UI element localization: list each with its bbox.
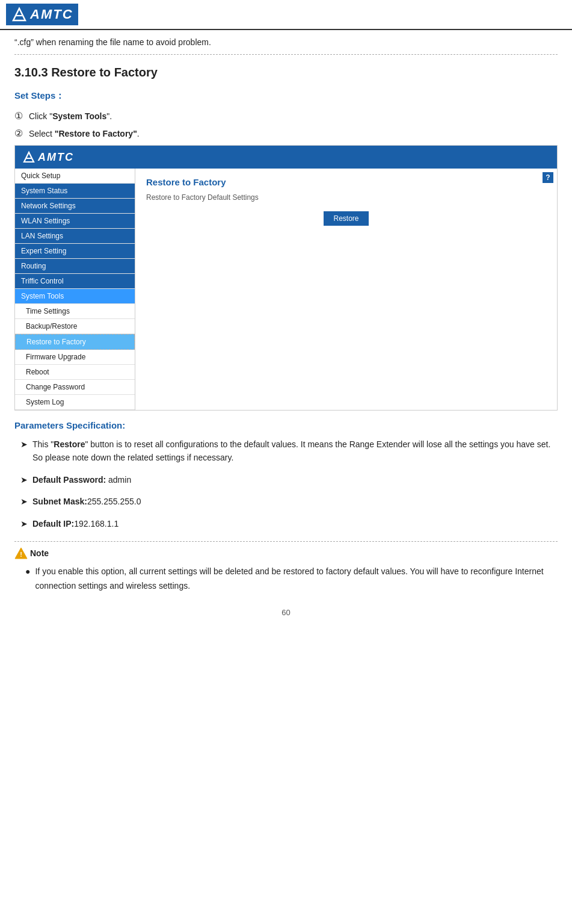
help-icon[interactable]: ? <box>543 172 553 183</box>
sidebar-item-routing[interactable]: Routing <box>15 259 135 274</box>
page-header: AMTC <box>0 0 572 30</box>
sidebar-item-time-settings[interactable]: Time Settings <box>15 304 135 319</box>
page-number: 60 <box>14 608 558 617</box>
note-label: Note <box>30 548 49 558</box>
param-default-ip-value: 192.168.1.1 <box>74 519 118 529</box>
param-subnet-mask-text: Subnet Mask:255.255.255.0 <box>32 495 141 508</box>
ui-body: Quick Setup System Status Network Settin… <box>15 169 557 410</box>
step-1-bold: System Tools <box>52 111 106 121</box>
param-default-ip-label: Default IP: <box>32 519 74 529</box>
svg-text:!: ! <box>20 551 22 558</box>
param-subnet-mask-value: 255.255.255.0 <box>87 497 141 506</box>
step-1-num: ① <box>14 110 29 122</box>
step-2-num: ② <box>14 128 29 139</box>
sidebar-item-lan-settings[interactable]: LAN Settings <box>15 229 135 244</box>
sidebar-item-quick-setup[interactable]: Quick Setup <box>15 169 135 184</box>
logo-box: AMTC <box>6 4 78 25</box>
ui-logo-text: AMTC <box>38 151 74 164</box>
sidebar-item-system-status[interactable]: System Status <box>15 184 135 199</box>
param-default-password-label: Default Password: <box>32 475 106 485</box>
sidebar-item-restore-to-factory[interactable]: Restore to Factory <box>15 334 135 350</box>
section-title: 3.10.3 Restore to Factory <box>14 66 558 79</box>
ui-screenshot: AMTC Quick Setup System Status Network S… <box>14 145 558 411</box>
note-text-1: If you enable this option, all current s… <box>35 565 558 594</box>
step-1-text: Click "System Tools". <box>29 111 112 121</box>
sidebar-item-system-tools[interactable]: System Tools <box>15 289 135 304</box>
ui-header: AMTC <box>15 146 557 169</box>
sidebar-item-wlan-settings[interactable]: WLAN Settings <box>15 214 135 229</box>
param-default-password-text: Default Password: admin <box>32 473 131 486</box>
intro-text: “.cfg” when renaming the file name to av… <box>14 37 558 47</box>
main-content: “.cfg” when renaming the file name to av… <box>0 30 572 631</box>
param-restore-text: This "Restore" button is to reset all co… <box>32 438 558 465</box>
amtc-logo-icon <box>11 6 28 23</box>
sidebar-item-reboot[interactable]: Reboot <box>15 365 135 380</box>
divider-top <box>14 54 558 55</box>
restore-button[interactable]: Restore <box>324 211 368 226</box>
panel-title: Restore to Factory <box>146 177 546 187</box>
param-restore-bold: Restore <box>54 439 85 449</box>
ui-main-panel: ? Restore to Factory Restore to Factory … <box>135 169 557 410</box>
note-item-1: ● If you enable this option, all current… <box>14 565 558 594</box>
sidebar-item-change-password[interactable]: Change Password <box>15 380 135 395</box>
step-1: ① Click "System Tools". <box>14 110 558 122</box>
sidebar-item-expert-setting[interactable]: Expert Setting <box>15 244 135 259</box>
sidebar-item-system-log[interactable]: System Log <box>15 395 135 410</box>
param-arrow-4: ➤ <box>20 519 28 529</box>
param-restore-desc: ➤ This "Restore" button is to reset all … <box>14 438 558 465</box>
ui-sidebar: Quick Setup System Status Network Settin… <box>15 169 135 410</box>
param-default-ip: ➤ Default IP:192.168.1.1 <box>14 517 558 530</box>
panel-subtitle: Restore to Factory Default Settings <box>146 193 546 202</box>
param-subnet-mask: ➤ Subnet Mask:255.255.255.0 <box>14 495 558 508</box>
bullet-1: ● <box>25 566 30 576</box>
step-2-text: Select "Restore to Factory". <box>29 129 140 138</box>
logo-text: AMTC <box>30 7 73 22</box>
sidebar-item-backup-restore[interactable]: Backup/Restore <box>15 319 135 334</box>
param-arrow-3: ➤ <box>20 497 28 506</box>
note-section: ! Note ● If you enable this option, all … <box>14 541 558 594</box>
param-subnet-mask-label: Subnet Mask: <box>32 497 87 506</box>
sidebar-item-traffic-control[interactable]: Triffic Control <box>15 274 135 289</box>
sidebar-item-firmware-upgrade[interactable]: Firmware Upgrade <box>15 350 135 365</box>
warning-icon: ! <box>14 547 28 560</box>
param-arrow-1: ➤ <box>20 439 28 449</box>
sidebar-item-network-settings[interactable]: Network Settings <box>15 199 135 214</box>
note-header: ! Note <box>14 547 558 560</box>
svg-marker-0 <box>13 8 25 20</box>
param-default-password: ➤ Default Password: admin <box>14 473 558 486</box>
params-title: Parameters Specification: <box>14 420 558 430</box>
param-default-ip-text: Default IP:192.168.1.1 <box>32 517 118 530</box>
param-arrow-2: ➤ <box>20 475 28 485</box>
step-2: ② Select "Restore to Factory". <box>14 128 558 139</box>
ui-logo-icon <box>22 150 35 164</box>
param-default-password-value: admin <box>106 475 131 485</box>
svg-marker-2 <box>24 152 34 162</box>
step-2-bold: "Restore to Factory" <box>55 129 137 138</box>
set-steps-label: Set Steps： <box>14 90 558 102</box>
